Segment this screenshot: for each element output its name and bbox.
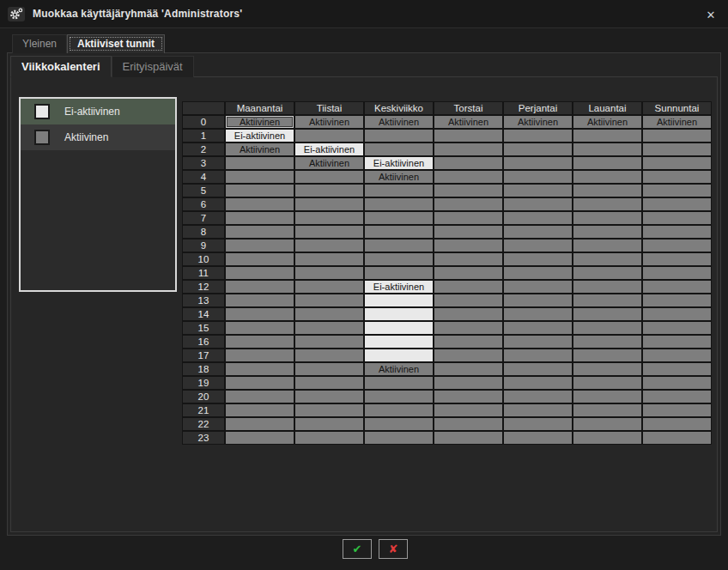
- calendar-cell[interactable]: [295, 349, 363, 361]
- calendar-cell[interactable]: Aktiivinen: [295, 157, 363, 169]
- calendar-cell[interactable]: Aktiivinen: [295, 116, 363, 128]
- calendar-cell[interactable]: [504, 212, 572, 224]
- calendar-cell[interactable]: [504, 143, 572, 155]
- calendar-cell[interactable]: [643, 143, 711, 155]
- calendar-cell[interactable]: [504, 432, 572, 444]
- tab-aktiiviset-tunnit[interactable]: Aktiiviset tunnit: [67, 34, 165, 53]
- calendar-cell[interactable]: [295, 363, 363, 375]
- calendar-cell[interactable]: [226, 377, 294, 389]
- calendar-cell[interactable]: [504, 226, 572, 238]
- calendar-cell[interactable]: [573, 185, 641, 197]
- calendar-cell[interactable]: [365, 212, 433, 224]
- calendar-cell[interactable]: [226, 432, 294, 444]
- calendar-cell[interactable]: [434, 336, 502, 348]
- calendar-cell[interactable]: [434, 212, 502, 224]
- calendar-cell[interactable]: [226, 267, 294, 279]
- legend-item-active[interactable]: Aktiivinen: [21, 124, 175, 150]
- calendar-cell[interactable]: [295, 281, 363, 293]
- calendar-cell[interactable]: [365, 349, 433, 361]
- calendar-cell[interactable]: [365, 322, 433, 334]
- calendar-cell[interactable]: [295, 240, 363, 252]
- calendar-cell[interactable]: Ei-aktiivinen: [365, 281, 433, 293]
- calendar-cell[interactable]: [504, 281, 572, 293]
- calendar-cell[interactable]: [295, 336, 363, 348]
- tab-erityispaivat[interactable]: Erityispäivät: [112, 56, 194, 77]
- calendar-cell[interactable]: [573, 336, 641, 348]
- calendar-cell[interactable]: [226, 363, 294, 375]
- calendar-cell[interactable]: [365, 185, 433, 197]
- calendar-cell[interactable]: [643, 432, 711, 444]
- calendar-cell[interactable]: Aktiivinen: [226, 116, 294, 128]
- calendar-cell[interactable]: [434, 253, 502, 265]
- calendar-cell[interactable]: [504, 418, 572, 430]
- calendar-cell[interactable]: [573, 281, 641, 293]
- calendar-cell[interactable]: [226, 349, 294, 361]
- calendar-cell[interactable]: [504, 198, 572, 210]
- calendar-cell[interactable]: Aktiivinen: [365, 116, 433, 128]
- calendar-cell[interactable]: [504, 322, 572, 334]
- calendar-cell[interactable]: [643, 240, 711, 252]
- calendar-cell[interactable]: [365, 143, 433, 155]
- calendar-cell[interactable]: Aktiivinen: [226, 143, 294, 155]
- calendar-cell[interactable]: [504, 336, 572, 348]
- calendar-cell[interactable]: [504, 130, 572, 142]
- calendar-cell[interactable]: [226, 198, 294, 210]
- calendar-cell[interactable]: [504, 157, 572, 169]
- calendar-cell[interactable]: Aktiivinen: [573, 116, 641, 128]
- calendar-cell[interactable]: [573, 212, 641, 224]
- calendar-cell[interactable]: [434, 418, 502, 430]
- calendar-cell[interactable]: [295, 130, 363, 142]
- calendar-cell[interactable]: [295, 171, 363, 183]
- calendar-cell[interactable]: [365, 404, 433, 416]
- calendar-cell[interactable]: [504, 349, 572, 361]
- calendar-cell[interactable]: [365, 418, 433, 430]
- calendar-cell[interactable]: [643, 253, 711, 265]
- close-icon[interactable]: ✕: [702, 6, 719, 23]
- calendar-cell[interactable]: [504, 391, 572, 403]
- calendar-cell[interactable]: [573, 308, 641, 320]
- calendar-cell[interactable]: [365, 391, 433, 403]
- calendar-cell[interactable]: Aktiivinen: [365, 363, 433, 375]
- calendar-cell[interactable]: [226, 226, 294, 238]
- calendar-cell[interactable]: [504, 404, 572, 416]
- calendar-cell[interactable]: [573, 294, 641, 306]
- calendar-cell[interactable]: [434, 308, 502, 320]
- calendar-cell[interactable]: [434, 281, 502, 293]
- calendar-cell[interactable]: [365, 130, 433, 142]
- calendar-cell[interactable]: [226, 157, 294, 169]
- calendar-cell[interactable]: [434, 322, 502, 334]
- calendar-cell[interactable]: [573, 377, 641, 389]
- calendar-cell[interactable]: [573, 418, 641, 430]
- calendar-cell[interactable]: [573, 143, 641, 155]
- calendar-cell[interactable]: [504, 267, 572, 279]
- calendar-cell[interactable]: [295, 267, 363, 279]
- calendar-cell[interactable]: [295, 253, 363, 265]
- calendar-cell[interactable]: [295, 432, 363, 444]
- calendar-cell[interactable]: [573, 171, 641, 183]
- calendar-cell[interactable]: [226, 185, 294, 197]
- calendar-cell[interactable]: [573, 157, 641, 169]
- calendar-cell[interactable]: [226, 336, 294, 348]
- calendar-cell[interactable]: [365, 226, 433, 238]
- calendar-cell[interactable]: [643, 130, 711, 142]
- calendar-cell[interactable]: [573, 130, 641, 142]
- calendar-cell[interactable]: [573, 253, 641, 265]
- calendar-cell[interactable]: [643, 226, 711, 238]
- calendar-cell[interactable]: [226, 240, 294, 252]
- calendar-cell[interactable]: [295, 226, 363, 238]
- calendar-cell[interactable]: [365, 432, 433, 444]
- calendar-cell[interactable]: [434, 226, 502, 238]
- calendar-cell[interactable]: [226, 171, 294, 183]
- calendar-cell[interactable]: [434, 377, 502, 389]
- calendar-cell[interactable]: [434, 171, 502, 183]
- calendar-cell[interactable]: Aktiivinen: [504, 116, 572, 128]
- calendar-cell[interactable]: [434, 294, 502, 306]
- calendar-cell[interactable]: [434, 432, 502, 444]
- calendar-cell[interactable]: [573, 226, 641, 238]
- calendar-cell[interactable]: [643, 294, 711, 306]
- calendar-cell[interactable]: [504, 363, 572, 375]
- calendar-cell[interactable]: [434, 130, 502, 142]
- calendar-cell[interactable]: [434, 157, 502, 169]
- calendar-cell[interactable]: Ei-aktiivinen: [295, 143, 363, 155]
- calendar-cell[interactable]: [365, 240, 433, 252]
